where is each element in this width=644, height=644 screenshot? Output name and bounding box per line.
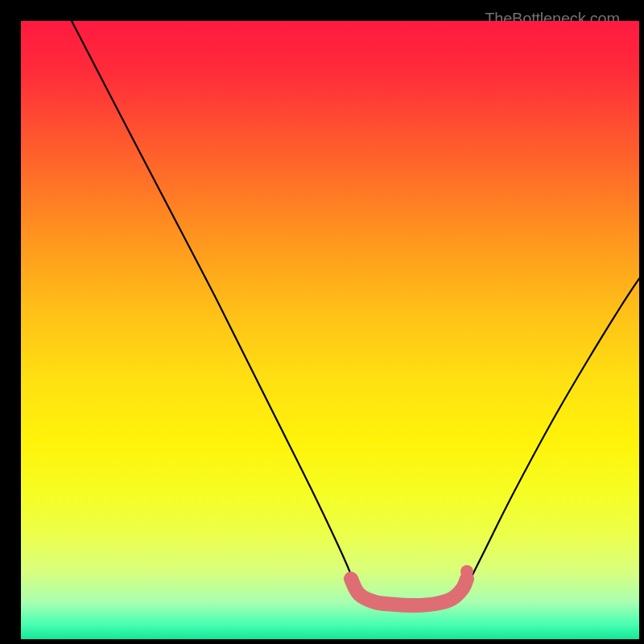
plot-area bbox=[21, 21, 639, 639]
chart-frame: TheBottleneck.com bbox=[8, 8, 636, 636]
marker-layer bbox=[460, 565, 473, 578]
marker-right-dot bbox=[460, 565, 473, 578]
chart-svg bbox=[21, 21, 639, 639]
background-gradient bbox=[21, 21, 639, 639]
